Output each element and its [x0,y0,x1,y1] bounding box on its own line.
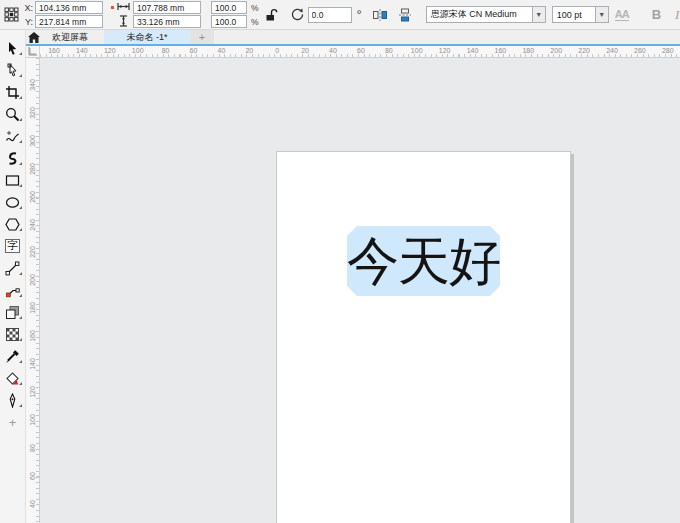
font-size-combo[interactable]: 100 pt ▼ [552,6,609,23]
dimension-tool[interactable] [0,259,25,277]
h-ruler-label: 80 [162,47,170,54]
text-tool[interactable]: 字 [0,237,25,255]
object-height-icon [117,15,130,27]
h-ruler-label: 140 [76,47,88,54]
drawing-canvas[interactable]: 今天好 [40,58,680,523]
connector-tool[interactable] [0,281,25,299]
scale-y-input[interactable] [211,15,247,28]
shape-tool[interactable] [0,61,25,79]
h-ruler-label: 280 [662,47,674,54]
percent-label: % [251,3,259,13]
polygon-tool[interactable] [0,215,25,233]
h-ruler-label: 0 [275,47,279,54]
h-ruler-label: 100 [132,47,144,54]
v-ruler-label: 240 [29,215,36,235]
eyedropper-tool[interactable] [0,347,25,365]
h-ruler-label: 160 [48,47,60,54]
percent-label: % [251,17,259,27]
outline-pen-tool[interactable] [0,391,25,409]
h-ruler-label: 100 [411,47,423,54]
ruler-origin-box[interactable] [26,46,40,58]
edit-text-icon[interactable]: AA [615,8,629,21]
v-ruler-label: 160 [29,326,36,346]
italic-button[interactable]: I [675,7,679,23]
vertical-ruler[interactable]: 3403203002802602402202001801601401201008… [26,58,40,523]
new-document-tab-button[interactable]: + [190,30,214,44]
coreldraw-window: X: Y: % [0,0,680,523]
v-ruler-label: 260 [29,187,36,207]
v-ruler-label: 320 [29,103,36,123]
rotation-icon [290,7,305,22]
h-ruler-label: 60 [190,47,198,54]
document-page[interactable]: 今天好 [276,151,571,523]
h-ruler-label: 40 [329,47,337,54]
home-icon[interactable] [28,30,40,44]
pick-tool[interactable] [0,39,25,57]
horizontal-ruler[interactable]: 1601401201008060402002040608010012014016… [40,46,680,58]
v-ruler-label: 100 [29,410,36,430]
font-size-value[interactable]: 100 pt [552,6,596,23]
mirror-vertical-icon[interactable] [397,8,413,22]
rectangle-tool[interactable] [0,171,25,189]
artistic-media-tool[interactable] [0,149,25,167]
v-ruler-label: 120 [29,382,36,402]
artistic-text-object[interactable]: 今天好 [347,235,500,287]
text-tool-glyph: 字 [5,239,20,253]
v-ruler-label: 340 [29,75,36,95]
toolbox: 字 + [0,30,26,523]
h-ruler-label: 20 [301,47,309,54]
v-ruler-label: 220 [29,242,36,262]
interactive-fill-tool[interactable] [0,369,25,387]
h-ruler-label: 200 [550,47,562,54]
h-ruler-label: 180 [522,47,534,54]
y-label: Y: [23,17,33,27]
chevron-down-icon[interactable]: ▼ [533,6,546,23]
crop-tool[interactable] [0,83,25,101]
mirror-horizontal-icon[interactable] [372,8,388,22]
drop-shadow-tool[interactable] [0,303,25,321]
document-tab-bar: 欢迎屏幕 未命名 -1* + [0,30,680,44]
x-position-input[interactable] [35,1,103,14]
add-tool-button[interactable]: + [0,413,25,431]
v-ruler-label: 60 [29,466,36,486]
h-ruler-label: 80 [385,47,393,54]
v-ruler-label: 180 [29,298,36,318]
property-bar: X: Y: % [0,0,680,30]
scale-x-input[interactable] [211,1,247,14]
x-label: X: [23,3,33,13]
degree-label: ° [357,7,362,22]
h-ruler-label: 20 [245,47,253,54]
ellipse-tool[interactable] [0,193,25,211]
zoom-tool[interactable] [0,105,25,123]
bold-button[interactable]: B [652,7,661,22]
h-ruler-label: 240 [606,47,618,54]
add-tool-label: + [9,415,17,430]
v-ruler-label: 200 [29,270,36,290]
v-ruler-label: 140 [29,354,36,374]
font-family-value[interactable]: 思源宋体 CN Medium [426,6,533,23]
tab-untitled-document[interactable]: 未命名 -1* [104,30,190,44]
h-ruler-label: 120 [439,47,451,54]
h-ruler-label: 140 [467,47,479,54]
v-ruler-label: 300 [29,131,36,151]
v-ruler-label: 280 [29,159,36,179]
transparency-tool[interactable] [0,325,25,343]
h-ruler-label: 120 [104,47,116,54]
rotation-angle-input[interactable] [308,7,352,23]
h-ruler-label: 60 [357,47,365,54]
object-height-input[interactable] [133,15,201,28]
object-width-input[interactable] [133,1,201,14]
freehand-tool[interactable] [0,127,25,145]
y-position-input[interactable] [35,15,103,28]
lock-ratio-icon[interactable] [265,8,278,22]
v-ruler-label: 40 [29,494,36,514]
chevron-down-icon[interactable]: ▼ [596,6,609,23]
tab-welcome-screen[interactable]: 欢迎屏幕 [44,30,96,44]
font-family-combo[interactable]: 思源宋体 CN Medium ▼ [426,6,546,23]
object-origin-grid-icon[interactable] [4,7,19,22]
h-ruler-label: 40 [217,47,225,54]
h-ruler-label: 160 [495,47,507,54]
selected-text-highlight[interactable]: 今天好 [347,226,500,296]
h-ruler-label: 260 [634,47,646,54]
object-width-icon [117,2,130,11]
